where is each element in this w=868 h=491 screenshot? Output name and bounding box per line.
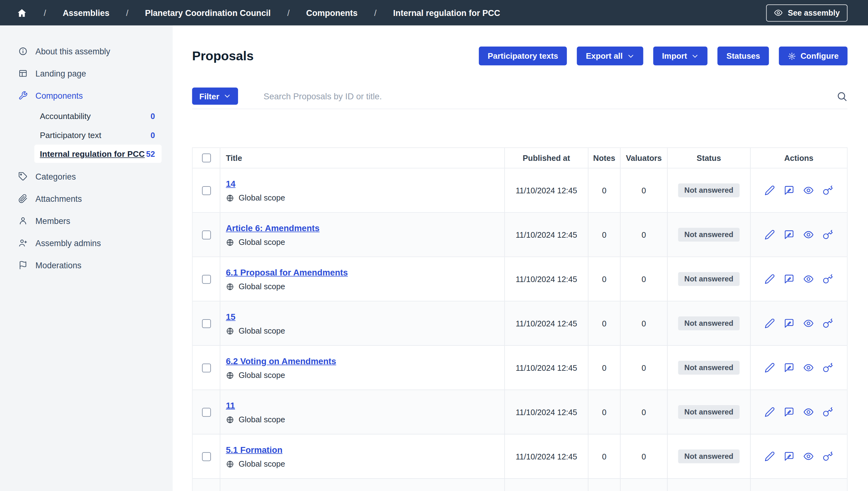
valuators-cell: 0	[621, 168, 668, 212]
edit-button[interactable]	[765, 407, 775, 417]
sidebar-item-members[interactable]: Members	[0, 209, 173, 232]
preview-button[interactable]	[803, 318, 814, 328]
search-icon[interactable]	[836, 91, 847, 102]
valuators-cell: 0	[621, 346, 668, 389]
chat-pencil-icon	[784, 407, 794, 417]
import-button[interactable]: Import	[653, 47, 708, 65]
proposal-title-link[interactable]: 11	[226, 400, 235, 411]
permissions-button[interactable]	[823, 407, 833, 417]
valuators-cell: 0	[621, 213, 668, 256]
sidebar: About this assembly Landing page Compone…	[0, 26, 173, 491]
notes-cell: 0	[588, 301, 621, 345]
table-row: 12	[192, 479, 847, 491]
chat-pencil-icon	[784, 230, 794, 240]
statuses-button[interactable]: Statuses	[718, 47, 769, 65]
row-checkbox[interactable]	[202, 363, 211, 372]
edit-button[interactable]	[765, 362, 775, 373]
sidebar-item-categories[interactable]: Categories	[0, 165, 173, 187]
row-checkbox[interactable]	[202, 275, 211, 283]
pencil-icon	[765, 318, 775, 328]
breadcrumb-components[interactable]: Components	[306, 8, 358, 18]
answer-button[interactable]	[784, 407, 794, 417]
edit-button[interactable]	[765, 185, 775, 196]
notes-cell: 0	[588, 346, 621, 389]
sidebar-item-about-assembly[interactable]: About this assembly	[0, 40, 173, 62]
notes-cell: 0	[588, 213, 621, 256]
home-icon	[17, 7, 27, 18]
gear-icon	[788, 52, 796, 60]
preview-button[interactable]	[803, 185, 814, 196]
answer-button[interactable]	[784, 185, 794, 196]
globe-icon	[226, 371, 234, 379]
sidebar-item-internal-regulation[interactable]: Internal regulation for PCC 52	[34, 145, 162, 163]
status-badge: Not answered	[678, 183, 740, 197]
globe-icon	[226, 327, 234, 335]
key-icon	[823, 230, 833, 240]
scope-label: Global scope	[239, 371, 285, 379]
preview-button[interactable]	[803, 273, 814, 284]
proposal-title-link[interactable]: 6.1 Proposal for Amendments	[226, 267, 348, 278]
row-checkbox[interactable]	[202, 186, 211, 195]
row-checkbox[interactable]	[202, 230, 211, 239]
select-all-checkbox[interactable]	[202, 153, 211, 162]
row-checkbox[interactable]	[202, 408, 211, 416]
sidebar-item-landing-page[interactable]: Landing page	[0, 62, 173, 84]
edit-button[interactable]	[765, 451, 775, 462]
breadcrumb-current-component[interactable]: Internal regulation for PCC	[393, 8, 500, 18]
proposal-title-link[interactable]: 6.2 Voting on Amendments	[226, 356, 336, 367]
proposal-scope: Global scope	[226, 282, 285, 291]
preview-button[interactable]	[803, 407, 814, 417]
breadcrumb-assembly[interactable]: Planetary Coordination Council	[145, 8, 271, 18]
permissions-button[interactable]	[823, 185, 833, 196]
home-link[interactable]	[17, 7, 27, 18]
page-title: Proposals	[192, 49, 254, 63]
sidebar-item-components[interactable]: Components	[0, 84, 173, 107]
sidebar-item-attachments[interactable]: Attachments	[0, 187, 173, 209]
row-checkbox[interactable]	[202, 319, 211, 328]
preview-button[interactable]	[803, 362, 814, 373]
permissions-button[interactable]	[823, 273, 833, 284]
chevron-down-icon	[691, 53, 699, 60]
proposal-title-link[interactable]: Article 6: Amendments	[226, 223, 319, 234]
permissions-button[interactable]	[823, 362, 833, 373]
export-all-button[interactable]: Export all	[577, 47, 643, 65]
proposal-scope: Global scope	[226, 193, 285, 202]
edit-button[interactable]	[765, 273, 775, 284]
answer-button[interactable]	[784, 362, 794, 373]
permissions-button[interactable]	[823, 230, 833, 240]
row-checkbox-cell	[192, 390, 220, 434]
answer-button[interactable]	[784, 273, 794, 284]
title-cell: 5.1 Formation Global scope	[220, 434, 505, 478]
breadcrumb-assemblies[interactable]: Assemblies	[63, 8, 110, 18]
proposal-title-link[interactable]: 14	[226, 178, 236, 189]
main-panel: Proposals Participatory texts Export all…	[173, 26, 868, 491]
sidebar-item-assembly-admins[interactable]: Assembly admins	[0, 232, 173, 254]
header-notes: Notes	[588, 148, 621, 168]
permissions-button[interactable]	[823, 318, 833, 328]
header-published-at: Published at	[505, 148, 588, 168]
proposal-title-link[interactable]: 5.1 Formation	[226, 444, 282, 455]
edit-button[interactable]	[765, 230, 775, 240]
participatory-texts-button[interactable]: Participatory texts	[479, 47, 567, 65]
preview-button[interactable]	[803, 451, 814, 462]
table-row: 6.1 Proposal for Amendments Global scope…	[192, 257, 847, 301]
status-badge: Not answered	[678, 272, 740, 286]
pencil-icon	[765, 451, 775, 462]
answer-button[interactable]	[784, 451, 794, 462]
permissions-button[interactable]	[823, 451, 833, 462]
preview-button[interactable]	[803, 230, 814, 240]
filter-button[interactable]: Filter	[192, 87, 238, 105]
sidebar-item-moderations[interactable]: Moderations	[0, 254, 173, 276]
proposal-title-link[interactable]: 12	[226, 489, 236, 491]
sidebar-item-participatory-text[interactable]: Participatory text 0	[34, 126, 162, 144]
answer-button[interactable]	[784, 318, 794, 328]
answer-button[interactable]	[784, 230, 794, 240]
configure-button[interactable]: Configure	[779, 47, 847, 65]
key-icon	[823, 273, 833, 284]
row-checkbox[interactable]	[202, 452, 211, 461]
edit-button[interactable]	[765, 318, 775, 328]
search-input[interactable]	[264, 91, 830, 101]
sidebar-item-accountability[interactable]: Accountability 0	[34, 107, 162, 125]
see-assembly-button[interactable]: See assembly	[766, 4, 848, 21]
proposal-title-link[interactable]: 15	[226, 311, 236, 322]
